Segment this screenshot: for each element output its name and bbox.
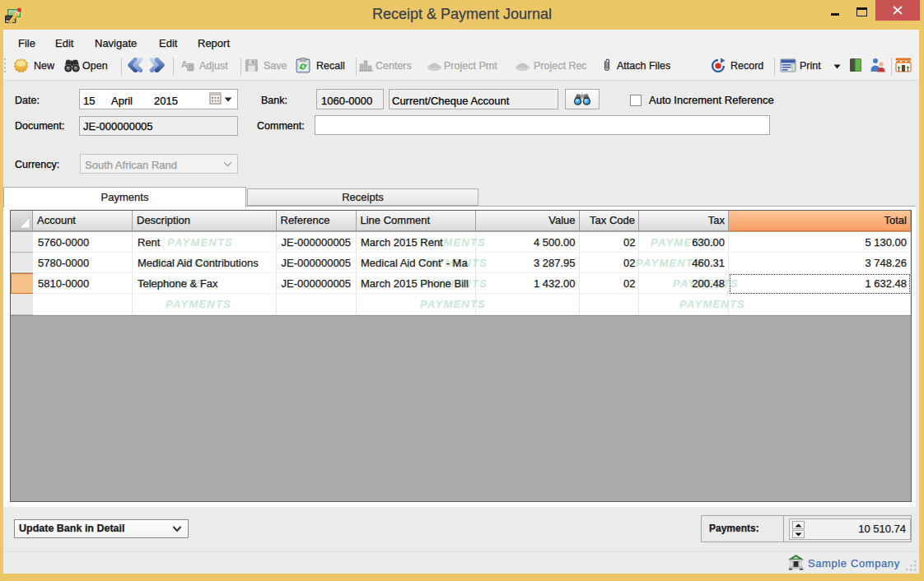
svg-text:A: A (181, 59, 188, 69)
svg-text:B: B (189, 63, 194, 72)
